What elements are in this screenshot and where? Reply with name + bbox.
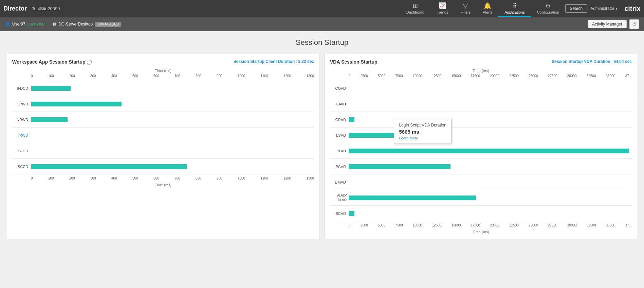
alerts-icon: 🔔 [484, 2, 491, 10]
left-chart: Time (ms) 010020030040050060070080090010… [12, 69, 314, 187]
brand-logo: Director [3, 5, 27, 12]
right-row-alvd-dlvd-bar-area [349, 195, 632, 201]
right-row-gpvd: GPVD [330, 112, 632, 128]
left-panel-duration-value: 3.33 sec [298, 59, 314, 64]
refresh-button[interactable]: ↺ [629, 19, 639, 29]
right-axis-top-label: Time (ms) [330, 69, 632, 73]
left-chart-rows: IFDCD LPWD NRWD [12, 81, 314, 174]
nav-items: ⊞ Dashboard 📈 Trends ▽ Filters 🔔 Alerts … [400, 0, 566, 17]
nav-configuration[interactable]: ⚙ Configuration [531, 0, 565, 17]
right-row-alvd-dlvd-bar [349, 196, 476, 200]
left-row-lpwd-label: LPWD [12, 102, 31, 106]
right-chart-rows: COVD CAVD GPVD [330, 81, 632, 221]
left-panel-title: Workspace App Session Startup [12, 59, 86, 65]
topnav-right: Search Administrator ▾ citrix [565, 4, 641, 13]
nav-alerts-label: Alerts [483, 10, 492, 14]
left-row-sccd-bar [31, 164, 187, 169]
right-row-cavd: CAVD [330, 96, 632, 112]
nav-filters[interactable]: ▽ Filters [454, 0, 477, 17]
nav-alerts[interactable]: 🔔 Alerts [477, 0, 498, 17]
right-row-plvd: PLVD [330, 143, 632, 159]
nav-dashboard-label: Dashboard [406, 10, 425, 14]
right-panel-title: VDA Session Startup [330, 59, 378, 65]
left-row-nrwd-bar [31, 117, 68, 122]
right-panel-duration-value: 64.64 sec [614, 59, 632, 64]
left-axis-top-label: Time (ms) [12, 69, 314, 73]
userbar-right: Activity Manager ↺ [588, 19, 639, 29]
machine-name: DG-ServerDesktop [58, 22, 93, 27]
left-row-sccd-label: SCCD [12, 165, 31, 169]
left-row-trwd: TRWD [12, 128, 314, 143]
admin-menu[interactable]: Administrator ▾ [590, 6, 618, 11]
right-panel: VDA Session Startup Session Startup VDA … [325, 54, 637, 239]
left-row-lpwd-bar [31, 102, 122, 106]
right-row-dmvd-label: DMVD [330, 180, 349, 184]
right-axis-bottom-label: Time (ms) [330, 230, 632, 234]
left-panel-info-icon[interactable]: i [87, 60, 92, 65]
right-row-pcvd-bar [349, 164, 450, 169]
left-x-axis-bottom: 0100200300400500600700800900100011001200… [31, 176, 314, 180]
right-row-plvd-bar [349, 149, 629, 153]
left-axis-bottom-label: Time (ms) [12, 183, 314, 187]
left-row-sccd-bar-area [31, 164, 314, 169]
left-row-nrwd-label: NRWD [12, 118, 31, 122]
left-row-nrwd-bar-area [31, 117, 314, 122]
right-row-lsvd-bar [349, 133, 394, 138]
nav-applications[interactable]: ⠿ Applications [498, 0, 531, 17]
search-button[interactable]: Search [565, 4, 587, 13]
right-row-cavd-label: CAVD [330, 102, 349, 106]
right-row-covd-label: COVD [330, 86, 349, 90]
connection-status: Connected [27, 22, 45, 26]
right-x-axis-top: 0250050007500100001250015000175002000022… [349, 74, 632, 78]
activity-manager-button[interactable]: Activity Manager [588, 20, 627, 28]
user-icon: 👤 [5, 22, 10, 27]
nav-trends-label: Trends [437, 10, 448, 14]
left-row-nrwd: NRWD [12, 112, 314, 128]
machine-info: 🖥 DG-ServerDesktop UNMANAGED [52, 22, 121, 27]
right-row-plvd-bar-area [349, 148, 632, 154]
filters-icon: ▽ [463, 2, 468, 10]
right-panel-duration: Session Startup VDA Duration : 64.64 sec [552, 59, 632, 64]
left-row-trwd-label[interactable]: TRWD [12, 133, 31, 137]
right-row-gpvd-bar [349, 117, 354, 122]
nav-trends[interactable]: 📈 Trends [430, 0, 454, 17]
user-info: 👤 User97 Connected [5, 22, 45, 27]
right-row-pcvd: PCVD [330, 159, 632, 174]
right-row-gpvd-label: GPVD [330, 118, 349, 122]
left-row-slcd-bar-area [31, 148, 314, 154]
tooltip-value: 5665 ms [399, 129, 446, 135]
nav-applications-label: Applications [504, 10, 525, 14]
page-title: Session Startup [7, 38, 637, 47]
right-row-plvd-label: PLVD [330, 149, 349, 153]
left-panel: Workspace App Session Startup i Session … [7, 54, 319, 239]
right-chart: Time (ms) 025005000750010000125001500017… [330, 69, 632, 234]
right-row-lsvd-label: LSVD [330, 133, 349, 137]
right-row-covd-bar-area [349, 86, 632, 91]
machine-status-badge: UNMANAGED [95, 22, 121, 27]
right-x-axis-bottom: 0250050007500100001250015000175002000022… [349, 223, 632, 227]
right-row-scvd-bar-area [349, 211, 632, 216]
right-row-lsvd: LSVD Login Script VDA Duration 5665 ms L… [330, 128, 632, 143]
applications-icon: ⠿ [513, 2, 517, 10]
right-row-scvd: SCVD [330, 206, 632, 221]
site-name: TestSite20099 [32, 6, 60, 11]
refresh-icon: ↺ [632, 21, 636, 27]
left-row-slcd: SLCD [12, 143, 314, 159]
machine-icon: 🖥 [52, 22, 56, 27]
left-x-axis-top: 0100200300400500600700800900100011001200… [31, 74, 314, 78]
left-row-lpwd-bar-area [31, 101, 314, 107]
right-row-pcvd-label: PCVD [330, 165, 349, 169]
tooltip-learn-more[interactable]: Learn more [399, 136, 446, 140]
left-row-sccd: SCCD [12, 159, 314, 174]
page-content: Session Startup Workspace App Session St… [0, 31, 644, 246]
right-row-pcvd-bar-area [349, 164, 632, 169]
dashboard-icon: ⊞ [413, 2, 418, 10]
top-navigation: Director TestSite20099 ⊞ Dashboard 📈 Tre… [0, 0, 644, 17]
left-panel-duration: Session Startup Client Duration : 3.33 s… [234, 59, 314, 64]
left-row-slcd-label: SLCD [12, 149, 31, 153]
nav-dashboard[interactable]: ⊞ Dashboard [400, 0, 431, 17]
right-row-alvd-dlvd-label: ALVD/DLVD [330, 193, 349, 202]
username: User97 [12, 22, 25, 27]
right-row-lsvd-bar-area: Login Script VDA Duration 5665 ms Learn … [349, 133, 632, 138]
left-row-lpwd: LPWD [12, 96, 314, 112]
